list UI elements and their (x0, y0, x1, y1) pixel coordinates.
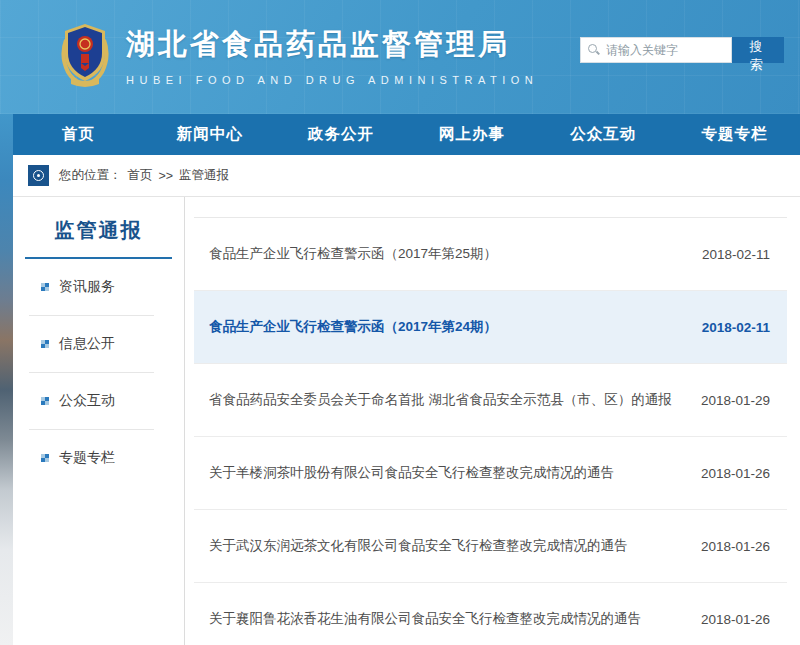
site-logo[interactable]: 湖北省食品药品监督管理局 HUBEI FOOD AND DRUG ADMINIS… (58, 22, 538, 88)
bullet-square-icon (41, 340, 49, 348)
search-box (580, 37, 732, 63)
breadcrumb: 您的位置： 首页 >> 监管通报 (13, 155, 800, 197)
news-row[interactable]: 关于武汉东润远茶文化有限公司食品安全飞行检查整改完成情况的通告 2018-01-… (194, 510, 787, 583)
sidebar-item-special-topics[interactable]: 专题专栏 (29, 429, 154, 486)
sidebar-title: 监管通报 (25, 217, 172, 259)
news-date: 2018-02-11 (684, 320, 770, 335)
site-subtitle: HUBEI FOOD AND DRUG ADMINISTRATION (126, 74, 538, 86)
nav-item-gov-info[interactable]: 政务公开 (275, 114, 406, 155)
nav-item-special-topics[interactable]: 专题专栏 (669, 114, 800, 155)
location-icon (28, 165, 49, 186)
sidebar-item-public-interaction[interactable]: 公众互动 (29, 372, 154, 429)
news-title-link[interactable]: 关于羊楼洞茶叶股份有限公司食品安全飞行检查整改完成情况的通告 (209, 464, 614, 482)
news-title-link[interactable]: 关于武汉东润远茶文化有限公司食品安全飞行检查整改完成情况的通告 (209, 537, 628, 555)
search-bar: 搜 索 (580, 37, 784, 63)
news-row[interactable]: 食品生产企业飞行检查警示函（2017年第25期） 2018-02-11 (194, 218, 787, 291)
sidebar-item-label: 专题专栏 (59, 449, 115, 467)
news-title-link[interactable]: 省食品药品安全委员会关于命名首批 湖北省食品安全示范县（市、区）的通报 (209, 391, 672, 409)
breadcrumb-label: 您的位置： (59, 167, 122, 184)
bullet-square-icon (41, 454, 49, 462)
news-title-link[interactable]: 食品生产企业飞行检查警示函（2017年第24期） (209, 318, 497, 336)
news-row[interactable]: 关于羊楼洞茶叶股份有限公司食品安全飞行检查整改完成情况的通告 2018-01-2… (194, 437, 787, 510)
bullet-square-icon (41, 283, 49, 291)
content: 监管通报 资讯服务 信息公开 公众互动 专题专栏 (13, 197, 800, 645)
breadcrumb-current: 监管通报 (179, 167, 229, 184)
breadcrumb-separator: >> (159, 169, 174, 183)
search-button[interactable]: 搜 索 (732, 37, 784, 63)
news-title-link[interactable]: 食品生产企业飞行检查警示函（2017年第25期） (209, 245, 497, 263)
news-row[interactable]: 食品生产企业飞行检查警示函（2017年第24期） 2018-02-11 (194, 291, 787, 364)
sidebar-list: 资讯服务 信息公开 公众互动 专题专栏 (13, 259, 184, 486)
sidebar-item-info-service[interactable]: 资讯服务 (29, 259, 154, 315)
bullet-square-icon (41, 397, 49, 405)
news-date: 2018-01-26 (683, 612, 770, 627)
news-list: 食品生产企业飞行检查警示函（2017年第25期） 2018-02-11 食品生产… (194, 217, 787, 645)
news-date: 2018-01-29 (683, 393, 770, 408)
sidebar-item-info-disclosure[interactable]: 信息公开 (29, 315, 154, 372)
search-icon (588, 44, 600, 56)
nav-item-online-services[interactable]: 网上办事 (407, 114, 538, 155)
site-header: 湖北省食品药品监督管理局 HUBEI FOOD AND DRUG ADMINIS… (0, 0, 800, 114)
main-nav: 首页 新闻中心 政务公开 网上办事 公众互动 专题专栏 (13, 114, 800, 155)
news-date: 2018-01-26 (683, 539, 770, 554)
agency-emblem-icon (58, 22, 112, 88)
news-title-link[interactable]: 关于襄阳鲁花浓香花生油有限公司食品安全飞行检查整改完成情况的通告 (209, 610, 641, 628)
search-input[interactable] (604, 42, 731, 58)
nav-item-news[interactable]: 新闻中心 (144, 114, 275, 155)
breadcrumb-home-link[interactable]: 首页 (128, 167, 153, 184)
sidebar: 监管通报 资讯服务 信息公开 公众互动 专题专栏 (13, 197, 185, 645)
news-date: 2018-01-26 (683, 466, 770, 481)
nav-item-public-interaction[interactable]: 公众互动 (538, 114, 669, 155)
nav-item-home[interactable]: 首页 (13, 114, 144, 155)
news-row[interactable]: 省食品药品安全委员会关于命名首批 湖北省食品安全示范县（市、区）的通报 2018… (194, 364, 787, 437)
news-row[interactable]: 关于襄阳鲁花浓香花生油有限公司食品安全飞行检查整改完成情况的通告 2018-01… (194, 583, 787, 645)
site-title: 湖北省食品药品监督管理局 (126, 25, 538, 65)
sidebar-item-label: 公众互动 (59, 392, 115, 410)
sidebar-item-label: 资讯服务 (59, 278, 115, 296)
news-date: 2018-02-11 (684, 247, 770, 262)
sidebar-item-label: 信息公开 (59, 335, 115, 353)
page-body: 首页 新闻中心 政务公开 网上办事 公众互动 专题专栏 您的位置： 首页 >> … (13, 114, 800, 645)
